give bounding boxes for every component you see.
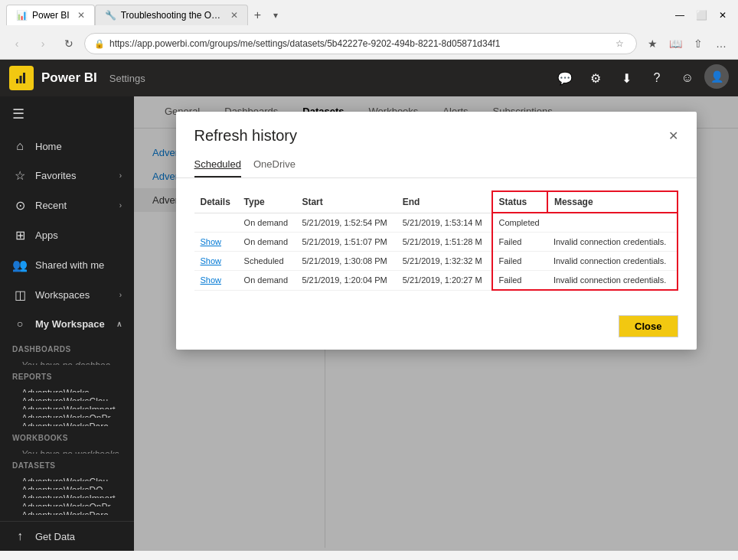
chevron-right-icon-recent: › xyxy=(119,201,122,210)
report-item-1[interactable]: AdventureWorksCloudImport xyxy=(0,392,134,401)
sidebar-item-home[interactable]: ⌂ Home xyxy=(0,132,134,161)
modal-close-btn[interactable]: Close xyxy=(619,315,678,337)
minimize-button[interactable]: — xyxy=(671,6,689,24)
cell-end-3: 5/21/2019, 1:20:27 M xyxy=(397,271,492,291)
sidebar-my-workspace[interactable]: ○ My Workspace ∧ xyxy=(0,310,134,337)
refresh-button[interactable]: ↻ xyxy=(58,33,80,54)
refresh-table: Details Type Start End Status Message xyxy=(194,190,678,291)
settings-icon[interactable]: ⚙ xyxy=(582,64,609,92)
cell-details-0 xyxy=(194,213,238,233)
favorites-icon[interactable]: ★ xyxy=(642,33,663,54)
dataset-sidebar-4[interactable]: AdventureWorksParameterize... xyxy=(0,506,134,515)
cell-details-1[interactable]: Show xyxy=(194,233,238,252)
user-avatar[interactable]: 👤 xyxy=(704,64,729,89)
sidebar-item-workspaces[interactable]: ◫ Workspaces › xyxy=(0,280,134,310)
sidebar-label-workspaces: Workspaces xyxy=(35,289,112,301)
modal-close-button[interactable]: ✕ xyxy=(668,129,678,143)
section-label-dashboards: DASHBOARDS xyxy=(0,337,134,357)
help-icon[interactable]: ? xyxy=(643,64,671,92)
show-link-3[interactable]: Show xyxy=(201,275,222,285)
sidebar-item-get-data[interactable]: ↑ Get Data xyxy=(0,521,134,551)
dataset-sidebar-1[interactable]: AdventureWorksDQ xyxy=(0,481,134,490)
cell-message-2: Invalid connection credentials. xyxy=(547,252,678,271)
my-workspace-icon: ○ xyxy=(12,317,28,330)
browser-tab-active[interactable]: 📊 Power BI ✕ xyxy=(6,5,95,25)
bookmark-icon[interactable]: ☆ xyxy=(612,36,627,51)
section-label-workbooks: WORKBOOKS xyxy=(0,426,134,445)
hamburger-button[interactable]: ☰ xyxy=(0,96,134,132)
apps-icon: ⊞ xyxy=(12,228,28,243)
section-label-datasets: DATASETS xyxy=(0,454,134,473)
table-header-row: Details Type Start End Status Message xyxy=(194,191,678,213)
report-item-3[interactable]: AdventureWorksOnPremAndC... xyxy=(0,409,134,418)
table-row: Show On demand 5/21/2019, 1:20:04 PM 5/2… xyxy=(194,271,678,291)
address-bar[interactable]: 🔒 https://app.powerbi.com/groups/me/sett… xyxy=(84,33,637,54)
modal-subtab-scheduled[interactable]: Scheduled xyxy=(194,154,241,177)
sidebar-item-apps[interactable]: ⊞ Apps xyxy=(0,220,134,250)
show-link-1[interactable]: Show xyxy=(201,237,222,246)
sidebar-label-recent: Recent xyxy=(35,200,112,211)
col-header-start: Start xyxy=(296,191,396,213)
cell-type-1: On demand xyxy=(238,233,296,252)
cell-end-0: 5/21/2019, 1:53:14 M xyxy=(397,213,492,233)
cell-type-0: On demand xyxy=(238,213,296,233)
no-workbooks-text: You have no workbooks xyxy=(0,445,134,454)
more-button[interactable]: … xyxy=(710,33,732,54)
cell-start-2: 5/21/2019, 1:30:08 PM xyxy=(296,252,396,271)
lock-icon: 🔒 xyxy=(94,39,105,49)
chat-icon[interactable]: 💬 xyxy=(551,64,579,92)
forward-button[interactable]: › xyxy=(32,33,54,54)
sidebar-bottom: ↑ Get Data xyxy=(0,515,134,551)
show-link-2[interactable]: Show xyxy=(201,256,222,265)
tab-dropdown-button[interactable]: ▾ xyxy=(267,7,284,24)
close-button[interactable]: ✕ xyxy=(714,6,732,24)
cell-details-3[interactable]: Show xyxy=(194,271,238,291)
new-tab-button[interactable]: + xyxy=(248,5,267,25)
dataset-sidebar-3[interactable]: AdventureWorksOnPremAndC... xyxy=(0,498,134,506)
browser-extra-icons: ★ 📖 ⇧ … xyxy=(642,33,732,54)
feedback-icon[interactable]: ☺ xyxy=(674,64,701,92)
cell-start-3: 5/21/2019, 1:20:04 PM xyxy=(296,271,396,291)
browser-chrome: 📊 Power BI ✕ 🔧 Troubleshooting the On-pr… xyxy=(0,0,738,60)
cell-message-3: Invalid connection credentials. xyxy=(547,271,678,291)
sidebar-label-get-data: Get Data xyxy=(35,531,122,542)
col-header-type: Type xyxy=(238,191,296,213)
cell-type-3: On demand xyxy=(238,271,296,291)
sidebar-label-home: Home xyxy=(35,141,122,152)
chevron-up-icon: ∧ xyxy=(116,320,122,328)
report-item-0[interactable]: AdventureWorks xyxy=(0,384,134,392)
modal-subtab-onedrive[interactable]: OneDrive xyxy=(253,154,296,177)
sidebar-item-recent[interactable]: ⊙ Recent › xyxy=(0,190,134,220)
my-workspace-label: My Workspace xyxy=(35,318,116,330)
end-suffix-0: M xyxy=(475,218,482,227)
star-icon: ☆ xyxy=(12,168,28,183)
share-icon[interactable]: ⇧ xyxy=(687,33,709,54)
tab-close-1[interactable]: ✕ xyxy=(77,10,85,21)
cell-status-1: Failed xyxy=(492,233,547,252)
sidebar: ☰ ⌂ Home ☆ Favorites › ⊙ Recent › ⊞ Apps… xyxy=(0,96,134,551)
cell-details-2[interactable]: Show xyxy=(194,252,238,271)
browser-tab-2[interactable]: 🔧 Troubleshooting the On-pre ✕ xyxy=(95,5,248,25)
sidebar-item-favorites[interactable]: ☆ Favorites › xyxy=(0,161,134,190)
dataset-sidebar-0[interactable]: AdventureWorksCloudImport xyxy=(0,473,134,481)
powerbi-app: Power BI Settings 💬 ⚙ ⬇ ? ☺ 👤 ☰ ⌂ Home ☆… xyxy=(0,60,738,551)
refresh-history-modal: Refresh history ✕ Scheduled OneDrive xyxy=(176,112,697,350)
tab-title-2: Troubleshooting the On-pre xyxy=(121,10,223,21)
recent-icon: ⊙ xyxy=(12,198,28,213)
dataset-sidebar-2[interactable]: AdventureWorksImport xyxy=(0,490,134,498)
chevron-right-icon-ws: › xyxy=(119,291,122,299)
read-icon[interactable]: 📖 xyxy=(665,33,686,54)
modal-overlay[interactable]: Refresh history ✕ Scheduled OneDrive xyxy=(134,96,738,551)
maximize-button[interactable]: ⬜ xyxy=(692,6,710,24)
report-item-2[interactable]: AdventureWorksImport xyxy=(0,401,134,409)
download-icon[interactable]: ⬇ xyxy=(612,64,640,92)
cell-end-1: 5/21/2019, 1:51:28 M xyxy=(397,233,492,252)
sidebar-item-shared[interactable]: 👥 Shared with me xyxy=(0,250,134,280)
powerbi-logo-icon xyxy=(15,71,28,85)
report-item-4[interactable]: AdventureWorksParameterize... xyxy=(0,418,134,426)
tab-close-2[interactable]: ✕ xyxy=(230,10,238,21)
table-wrapper: Details Type Start End Status Message xyxy=(194,190,678,291)
back-button[interactable]: ‹ xyxy=(6,33,28,54)
end-time-1: 5/21/2019, 1:51:28 xyxy=(403,237,473,246)
url-text: https://app.powerbi.com/groups/me/settin… xyxy=(109,38,500,49)
